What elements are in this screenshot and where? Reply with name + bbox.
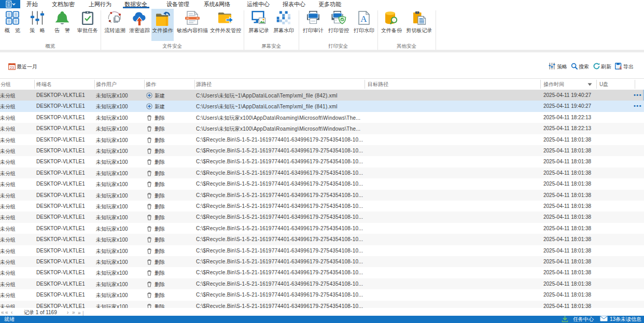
svg-text:23: 23 <box>10 66 14 69</box>
svg-text:A: A <box>618 65 622 69</box>
svg-text:A: A <box>360 14 367 24</box>
